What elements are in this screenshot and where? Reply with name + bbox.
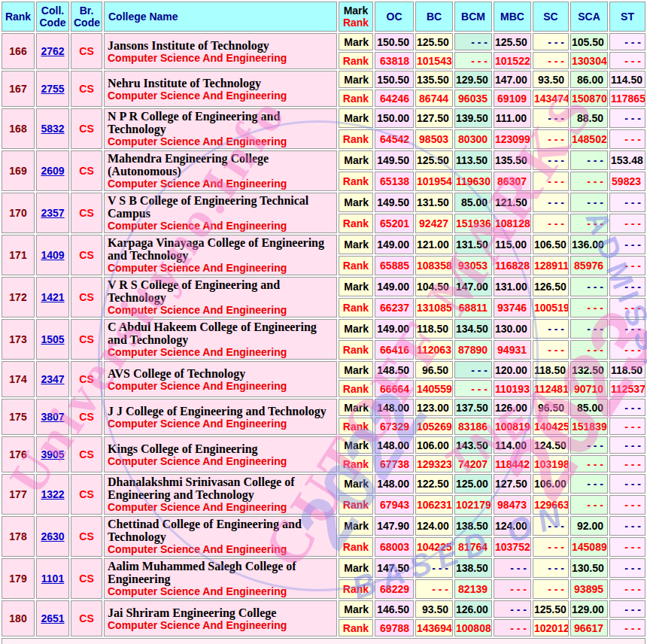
branch-code: CS (71, 71, 102, 107)
rank-bc: 106231 (415, 495, 453, 515)
college-code-link[interactable]: 1322 (41, 488, 64, 500)
mark-st: - - - (609, 277, 645, 296)
college-mark-row: 167 2755 CS Nehru Institute of Technolog… (2, 71, 645, 88)
rank-bc: 98503 (415, 129, 453, 149)
rank-bcm: 81764 (454, 537, 492, 557)
college-cell: Jansons Institute of Technology Computer… (104, 33, 337, 69)
college-code-link[interactable]: 2651 (41, 612, 64, 624)
rank-row-label: Rank (339, 129, 373, 149)
college-code-cell: 1505 (36, 319, 69, 360)
header-oc: OC (375, 2, 414, 32)
mark-sca: 105.50 (570, 33, 608, 50)
rank-st: - - - (609, 214, 645, 233)
header-rank: Rank (2, 2, 35, 32)
rank-sca: 148502 (570, 129, 608, 149)
rank-bc: 86744 (415, 90, 453, 107)
college-code-link[interactable]: 2762 (41, 45, 64, 57)
cutoff-rank-number: 180 (2, 600, 35, 636)
mark-sc: - - - (533, 558, 569, 578)
rank-mbc: 103752 (494, 537, 531, 557)
mark-mbc: 147.00 (494, 71, 531, 88)
mark-mbc: 114.00 (494, 436, 531, 454)
college-cell: J J College of Engineering and Technolog… (104, 399, 337, 435)
college-code-link[interactable]: 5832 (41, 123, 64, 135)
college-mark-row: 179 1101 CS Aalim Muhammed Salegh Colleg… (2, 558, 645, 578)
rank-sc: - - - (533, 172, 569, 191)
mark-st: 153.48 (609, 150, 645, 170)
college-code-link[interactable]: 1101 (41, 573, 64, 585)
mark-bc: - - - (415, 558, 453, 578)
rank-st: - - - (609, 495, 645, 515)
mark-bcm: 147.00 (454, 277, 492, 296)
college-code-link[interactable]: 3807 (41, 411, 64, 423)
college-code-link[interactable]: 2357 (41, 207, 64, 219)
rank-sca: 150870 (570, 90, 608, 107)
mark-sca: - - - (570, 150, 608, 170)
college-code-link[interactable]: 1421 (41, 291, 64, 303)
mark-bcm: 129.50 (454, 71, 492, 88)
college-code-link[interactable]: 2609 (41, 165, 64, 177)
mark-st: - - - (609, 474, 645, 494)
rank-oc: 67943 (375, 495, 414, 515)
college-mark-row: 173 1505 CS C Abdul Hakeem College of En… (2, 319, 645, 339)
college-code-link[interactable]: 1409 (41, 249, 64, 261)
mark-bcm: 139.50 (454, 108, 492, 128)
rank-bcm: 74207 (454, 455, 492, 472)
mark-st: - - - (609, 399, 645, 416)
college-name: Nehru Institute of Technology (108, 77, 333, 90)
mark-bc: 118.50 (415, 319, 453, 339)
rank-oc: 66416 (375, 340, 414, 360)
branch-code: CS (71, 277, 102, 317)
college-mark-row: 178 2630 CS Chettinad College of Enginee… (2, 516, 645, 536)
mark-row-label: Mark (339, 399, 373, 416)
rank-sc: 129663 (533, 495, 569, 515)
cutoff-rank-number: 175 (2, 399, 35, 435)
mark-oc: 146.50 (375, 600, 414, 618)
mark-st: - - - (609, 108, 645, 128)
mark-mbc: 115.00 (494, 235, 531, 254)
college-code-link[interactable]: 3905 (41, 448, 64, 460)
mark-row-label: Mark (339, 193, 373, 212)
college-name: V R S College of Engineering and Technol… (108, 278, 333, 304)
mark-mbc: 111.00 (494, 108, 531, 128)
rank-mbc: 118442 (494, 455, 531, 472)
rank-bcm: 102179 (454, 495, 492, 515)
rank-row-label: Rank (339, 298, 373, 317)
cutoff-rank-number: 176 (2, 436, 35, 472)
college-cell: N P R College of Engineering and Technol… (104, 108, 337, 149)
mark-bcm: 143.50 (454, 436, 492, 454)
college-course: Computer Science And Engineering (108, 135, 333, 147)
rank-mbc: 101522 (494, 52, 531, 69)
college-mark-row: 168 5832 CS N P R College of Engineering… (2, 108, 645, 128)
mark-sc: 125.50 (533, 600, 569, 618)
mark-row-label: Mark (339, 150, 373, 170)
rank-st: - - - (609, 298, 645, 317)
college-name: C Abdul Hakeem College of Engineering an… (108, 320, 333, 346)
rank-bcm: 82139 (454, 579, 492, 599)
college-cell: Dhanalakshmi Srinivasan College of Engin… (104, 474, 337, 515)
header-college-name: College Name (104, 2, 337, 32)
rank-oc: 69788 (375, 619, 414, 636)
mark-sca: 86.00 (570, 71, 608, 88)
rank-bc: - - - (415, 579, 453, 599)
college-code-link[interactable]: 1505 (41, 333, 64, 345)
college-course: Computer Science And Engineering (108, 418, 333, 430)
mark-row-label: Mark (339, 436, 373, 454)
mark-row-label: Mark (339, 516, 373, 536)
mark-bc: 125.50 (415, 33, 453, 50)
college-code-link[interactable]: 2630 (41, 530, 64, 542)
rank-sc: - - - (533, 537, 569, 557)
rank-row-label: Rank (339, 90, 373, 107)
branch-code: CS (71, 474, 102, 515)
college-course: Computer Science And Engineering (108, 455, 333, 467)
header-sc: SC (533, 2, 569, 32)
mark-bc: 121.00 (415, 235, 453, 254)
college-code-link[interactable]: 2755 (41, 83, 64, 95)
mark-sca: 85.00 (570, 399, 608, 416)
rank-sca: 93895 (570, 579, 608, 599)
college-code-link[interactable]: 2347 (41, 373, 64, 385)
college-course: Computer Science And Engineering (108, 619, 333, 631)
branch-code: CS (71, 150, 102, 191)
header-sca: SCA (570, 2, 608, 32)
mark-sca: 88.50 (570, 108, 608, 128)
